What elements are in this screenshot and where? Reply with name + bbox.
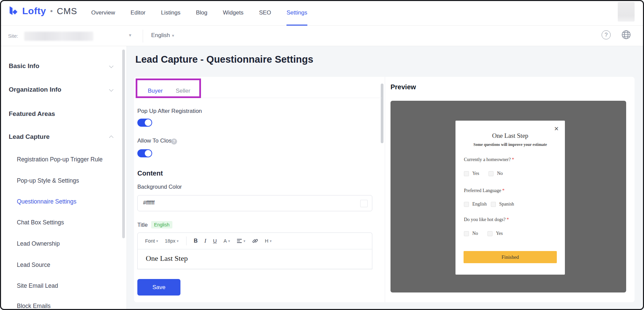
nav-item-editor[interactable]: Editor [131, 0, 145, 26]
link-button[interactable] [249, 237, 261, 245]
close-icon[interactable]: ✕ [554, 125, 559, 132]
help-icon[interactable]: ? [602, 30, 611, 39]
required-asterisk: * [512, 157, 514, 162]
color-swatch[interactable] [360, 200, 368, 207]
language-badge: English [151, 221, 173, 228]
checkbox[interactable] [487, 231, 493, 236]
site-name-blurred[interactable] [24, 32, 93, 41]
nav-item-widgets[interactable]: Widgets [223, 0, 243, 26]
option-label: Yes [472, 171, 479, 176]
font-size-dropdown[interactable]: 18px▾ [162, 237, 181, 245]
chevron-down-icon: ▾ [243, 239, 245, 243]
content-section-heading: Content [137, 169, 163, 177]
allow-to-close-label: Allow To Close [137, 137, 175, 144]
user-avatar[interactable] [618, 2, 635, 22]
form-panel-scrollbar[interactable] [381, 84, 383, 143]
question-label: Currently a homeowner?* [464, 157, 514, 162]
site-dropdown-caret-icon[interactable]: ▾ [129, 32, 131, 38]
language-selected-value: English [151, 32, 170, 38]
sidebar-item-featured-areas[interactable]: Featured Areas [9, 110, 55, 118]
chevron-down-icon: ▾ [177, 239, 179, 243]
sidebar-item-block-emails[interactable]: Block Emails [17, 303, 50, 310]
editor-toolbar: Font▾ 18px▾ B I U A▾ ▾ H▾ [138, 233, 372, 249]
question-text: Do you like hot dogs? [464, 217, 506, 222]
question-label: Do you like hot dogs?* [464, 217, 509, 222]
title-rich-text-editor: Font▾ 18px▾ B I U A▾ ▾ H▾ One Last Step [137, 232, 372, 269]
nav-item-overview[interactable]: Overview [91, 0, 115, 26]
sidebar-item-lead-capture[interactable]: Lead Capture [9, 133, 49, 141]
chevron-down-icon: ▾ [156, 239, 158, 243]
globe-icon[interactable] [621, 30, 631, 40]
sidebar-scrollbar[interactable] [122, 50, 125, 238]
preview-heading: Preview [391, 83, 416, 91]
sidebar-item-site-email-lead[interactable]: Site Email Lead [17, 282, 58, 289]
nav-item-seo[interactable]: SEO [259, 0, 271, 26]
option-label: No [497, 171, 503, 176]
finished-button[interactable]: Finished [464, 251, 557, 263]
preview-stage: ✕ One Last Step Some questions will impr… [391, 101, 626, 292]
tab-seller[interactable]: Seller [176, 88, 190, 94]
question-label: Preferred Language* [464, 188, 505, 193]
chevron-down-icon: ▾ [172, 33, 174, 38]
checkbox[interactable] [464, 171, 469, 176]
editor-content[interactable]: One Last Step [138, 249, 372, 268]
italic-button[interactable]: I [202, 236, 209, 246]
sidebar-item-chat-box-settings[interactable]: Chat Box Settings [17, 219, 64, 226]
checkbox[interactable] [464, 231, 469, 236]
popup-after-registration-label: Pop Up After Registration [137, 108, 202, 115]
nav-item-blog[interactable]: Blog [196, 0, 207, 26]
align-dropdown[interactable]: ▾ [234, 237, 248, 245]
lofty-cms-settings-page: Lofty • CMS Overview Editor Listings Blo… [0, 0, 644, 310]
sidebar-item-popup-style-settings[interactable]: Pop-up Style & Settings [17, 177, 79, 184]
title-field-row: Title English [137, 221, 172, 228]
popup-after-registration-toggle[interactable] [137, 119, 152, 127]
link-icon [252, 238, 258, 244]
sidebar-item-questionnaire-settings[interactable]: Questionnaire Settings [17, 198, 76, 205]
sidebar-item-organization-info[interactable]: Organization Info [9, 86, 61, 93]
font-family-dropdown[interactable]: Font▾ [142, 237, 161, 245]
lofty-logo[interactable]: Lofty • CMS [7, 5, 77, 17]
heading-icon: H [265, 238, 268, 244]
brand-separator: • [50, 7, 53, 16]
save-button[interactable]: Save [137, 279, 180, 296]
language-dropdown[interactable]: English▾ [151, 32, 174, 39]
option-label: English [472, 202, 487, 207]
background-color-input[interactable]: #ffffff [137, 195, 372, 211]
align-left-icon [237, 239, 242, 243]
sidebar-item-basic-info[interactable]: Basic Info [9, 62, 39, 70]
sidebar-item-registration-popup-trigger-rule[interactable]: Registration Pop-up Trigger Rule [17, 156, 103, 163]
site-label: Site: [8, 33, 18, 39]
tab-buyer[interactable]: Buyer [148, 88, 163, 94]
sidebar-item-lead-ownership[interactable]: Lead Ownership [17, 240, 60, 247]
bold-button[interactable]: B [191, 237, 201, 245]
option-label: Spanish [499, 202, 514, 207]
question-options-row: English Spanish [464, 202, 514, 207]
underline-button[interactable]: U [210, 237, 219, 245]
brand-product: CMS [57, 6, 77, 17]
option-label: Yes [496, 231, 503, 236]
lofty-logo-icon [7, 5, 19, 17]
checkbox[interactable] [464, 202, 469, 207]
help-icon[interactable]: ? [171, 138, 177, 145]
required-asterisk: * [502, 188, 505, 193]
background-color-label: Background Color [137, 184, 182, 190]
sidebar-item-lead-source[interactable]: Lead Source [17, 261, 50, 269]
nav-item-listings[interactable]: Listings [161, 0, 180, 26]
checkbox[interactable] [488, 171, 494, 176]
checkbox[interactable] [491, 202, 496, 207]
chevron-down-icon: ▾ [270, 239, 272, 243]
nav-item-settings[interactable]: Settings [286, 0, 307, 26]
required-asterisk: * [507, 217, 509, 222]
question-options-row: Yes No [464, 171, 503, 176]
preview-modal-title: One Last Step [455, 132, 565, 140]
preview-modal-subtitle: Some questions will improve your estimat… [455, 142, 565, 147]
question-options-row: No Yes [464, 231, 503, 236]
question-text: Preferred Language [464, 188, 501, 193]
font-family-value: Font [145, 238, 155, 244]
background-color-value: #ffffff [143, 200, 155, 206]
divider [186, 237, 187, 245]
text-color-dropdown[interactable]: A▾ [221, 237, 233, 245]
allow-to-close-toggle[interactable] [137, 149, 152, 157]
heading-dropdown[interactable]: H▾ [262, 237, 274, 245]
question-text: Currently a homeowner? [464, 157, 511, 162]
